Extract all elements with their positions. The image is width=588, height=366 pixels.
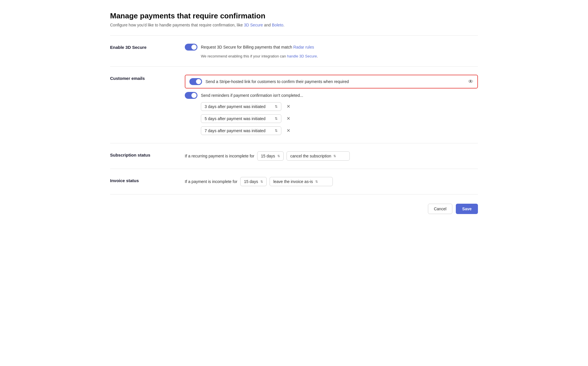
reminders-toggle-row: Send reminders if payment confirmation i… bbox=[185, 92, 478, 99]
subscription-status-content: If a recurring payment is incomplete for… bbox=[185, 151, 478, 161]
remove-reminder-2-button[interactable]: ✕ bbox=[284, 115, 293, 122]
invoice-days-select[interactable]: 15 days ⇅ bbox=[240, 177, 267, 186]
enable-3d-secure-row: Enable 3D Secure Request 3D Secure for B… bbox=[110, 36, 478, 67]
invoice-status-label: Invoice status bbox=[110, 177, 173, 183]
reminder-item-3: 7 days after payment was initiated ⇅ ✕ bbox=[185, 126, 478, 135]
chevron-icon-2: ⇅ bbox=[275, 117, 278, 121]
remove-reminder-3-button[interactable]: ✕ bbox=[284, 127, 293, 134]
subscription-action-chevron: ⇅ bbox=[333, 154, 336, 158]
footer-actions: Cancel Save bbox=[110, 194, 478, 214]
radar-rules-link[interactable]: Radar rules bbox=[293, 45, 314, 49]
invoice-prefix-text: If a payment is incomplete for bbox=[185, 179, 237, 184]
subscription-status-label: Subscription status bbox=[110, 151, 173, 157]
invoice-inline-row: If a payment is incomplete for 15 days ⇅… bbox=[185, 177, 478, 186]
3d-secure-sub-text: We recommend enabling this if your integ… bbox=[185, 54, 478, 58]
subscription-status-row: Subscription status If a recurring payme… bbox=[110, 143, 478, 169]
invoice-days-chevron: ⇅ bbox=[260, 180, 263, 184]
enable-3d-secure-content: Request 3D Secure for Billing payments t… bbox=[185, 44, 478, 58]
3d-secure-toggle-row: Request 3D Secure for Billing payments t… bbox=[185, 44, 478, 51]
3d-secure-link[interactable]: 3D Secure bbox=[244, 23, 263, 27]
page-title: Manage payments that require confirmatio… bbox=[110, 11, 478, 20]
chevron-icon-3: ⇅ bbox=[275, 129, 278, 133]
subscription-action-select[interactable]: cancel the subscription ⇅ bbox=[287, 151, 350, 161]
save-button[interactable]: Save bbox=[456, 204, 478, 214]
enable-3d-secure-label: Enable 3D Secure bbox=[110, 44, 173, 50]
invoice-action-chevron: ⇅ bbox=[315, 180, 318, 184]
invoice-status-content: If a payment is incomplete for 15 days ⇅… bbox=[185, 177, 478, 186]
subscription-inline-row: If a recurring payment is incomplete for… bbox=[185, 151, 478, 161]
reminder-select-2[interactable]: 5 days after payment was initiated ⇅ bbox=[201, 114, 281, 123]
customer-emails-label: Customer emails bbox=[110, 75, 173, 81]
cancel-button[interactable]: Cancel bbox=[428, 204, 453, 214]
reminder-item-2: 5 days after payment was initiated ⇅ ✕ bbox=[185, 114, 478, 123]
handle-3d-secure-link[interactable]: handle 3D Secure bbox=[287, 54, 317, 58]
reminders-toggle[interactable] bbox=[185, 92, 197, 99]
customer-emails-content: Send a Stripe-hosted link for customers … bbox=[185, 75, 478, 135]
eye-icon[interactable]: 👁 bbox=[468, 79, 473, 85]
subscription-days-select[interactable]: 15 days ⇅ bbox=[257, 151, 284, 161]
remove-reminder-1-button[interactable]: ✕ bbox=[284, 103, 293, 110]
stripe-link-toggle[interactable] bbox=[189, 78, 202, 85]
customer-emails-row: Customer emails Send a Stripe-hosted lin… bbox=[110, 67, 478, 143]
invoice-action-select[interactable]: leave the invoice as-is ⇅ bbox=[270, 177, 333, 186]
3d-secure-toggle[interactable] bbox=[185, 44, 197, 51]
stripe-link-toggle-row: Send a Stripe-hosted link for customers … bbox=[185, 75, 478, 88]
page-subtitle: Configure how you'd like to handle payme… bbox=[110, 23, 478, 27]
subscription-prefix-text: If a recurring payment is incomplete for bbox=[185, 154, 254, 158]
chevron-icon-1: ⇅ bbox=[275, 105, 278, 109]
reminder-item-1: 3 days after payment was initiated ⇅ ✕ bbox=[185, 102, 478, 111]
reminder-select-1[interactable]: 3 days after payment was initiated ⇅ bbox=[201, 102, 281, 111]
subscription-days-chevron: ⇅ bbox=[277, 154, 280, 158]
3d-secure-primary-text: Request 3D Secure for Billing payments t… bbox=[201, 45, 314, 49]
boleto-link[interactable]: Boleto bbox=[272, 23, 283, 27]
reminder-select-3[interactable]: 7 days after payment was initiated ⇅ bbox=[201, 126, 281, 135]
reminders-text: Send reminders if payment confirmation i… bbox=[201, 93, 303, 98]
stripe-link-text: Send a Stripe-hosted link for customers … bbox=[205, 79, 465, 84]
invoice-status-row: Invoice status If a payment is incomplet… bbox=[110, 169, 478, 194]
